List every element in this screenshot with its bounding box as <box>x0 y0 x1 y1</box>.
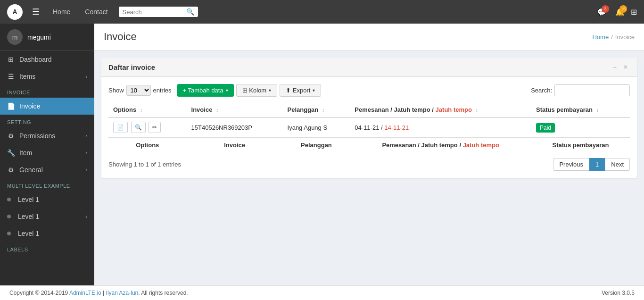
alerts-btn[interactable]: 🔔 15 <box>613 5 627 19</box>
general-icon: ⚙ <box>7 166 15 174</box>
close-card-button[interactable]: × <box>621 62 630 72</box>
show-entries: Show 10 25 50 100 entries <box>108 85 172 96</box>
search-label: Search: <box>531 87 552 94</box>
cell-options: 📄 🔍 ✏ <box>108 117 187 137</box>
sidebar-item-invoice[interactable]: 📄 Invoice <box>0 98 94 115</box>
search-icon[interactable]: 🔍 <box>186 8 194 16</box>
col-pemesanan: Pemesanan / Jatuh tempo / Jatuh tempo ↕ <box>350 102 531 117</box>
avatar: m <box>7 29 23 45</box>
page-1-button[interactable]: 1 <box>589 158 605 171</box>
sidebar-item-label: Invoice <box>19 102 87 110</box>
next-page-button[interactable]: Next <box>605 158 630 171</box>
footer-rights: . All rights reserved. <box>138 290 188 296</box>
col-pelanggan: Pelanggan ↕ <box>283 102 350 117</box>
sidebar-section-multilevel: MULTI LEVEL EXAMPLE <box>0 178 94 191</box>
site-footer: Copyright © 2014-2019 AdminLTE.io | Ilya… <box>0 285 644 300</box>
dot-icon <box>7 215 11 218</box>
sidebar-item-item[interactable]: 🔧 Item ‹ <box>0 144 94 161</box>
sort-icon[interactable]: ↕ <box>596 107 599 113</box>
foot-pemesanan: Pemesanan / Jatuh tempo / Jatuh tempo <box>350 137 531 152</box>
nav-contact[interactable]: Contact <box>81 6 111 18</box>
table-search-input[interactable] <box>554 84 630 96</box>
datatable-toolbar: Show 10 25 50 100 entries + Tambah <box>108 84 630 97</box>
previous-page-button[interactable]: Previous <box>553 158 589 171</box>
cell-invoice: 15T40526NR369203P <box>187 117 283 137</box>
foot-options: Options <box>108 137 187 152</box>
table-footer-row: Options Invoice Pelanggan Pemesanan / Ja… <box>108 137 630 152</box>
sidebar-item-permissions[interactable]: ⚙ Permissions ‹ <box>0 127 94 144</box>
card-header-buttons: − × <box>611 62 630 72</box>
page-header: Invoice Home / Invoice <box>94 24 644 50</box>
foot-jatuh-label: Jatuh tempo <box>463 142 499 149</box>
app-logo[interactable]: A <box>7 4 23 20</box>
sidebar-item-label: General <box>19 166 81 174</box>
pagination: Previous 1 Next <box>553 158 630 171</box>
sidebar-item-general[interactable]: ⚙ General ‹ <box>0 161 94 178</box>
sidebar-item-label: Level 1 <box>18 230 87 237</box>
caret-icon: ▾ <box>269 88 271 93</box>
table-header-row: Options ↕ Invoice ↕ Pelanggan ↕ <box>108 102 630 117</box>
item-icon: 🔧 <box>7 149 15 157</box>
sort-icon[interactable]: ↕ <box>216 107 219 113</box>
invoice-card: Daftar invoice − × Show 10 25 <box>101 58 637 178</box>
card-body: Show 10 25 50 100 entries + Tambah <box>101 77 637 178</box>
chevron-icon: ‹ <box>85 214 87 219</box>
card-header: Daftar invoice − × <box>101 58 637 77</box>
footer-copyright: Copyright © 2014-2019 AdminLTE.io | Ilya… <box>9 290 188 296</box>
sidebar-item-level1-2[interactable]: Level 1 ‹ <box>0 208 94 225</box>
tambah-label: + Tambah data <box>183 87 223 94</box>
nav-home[interactable]: Home <box>49 6 74 18</box>
breadcrumb-home[interactable]: Home <box>592 33 609 41</box>
col-options: Options ↕ <box>108 102 187 117</box>
sort-icon[interactable]: ↕ <box>140 107 143 113</box>
breadcrumb-separator: / <box>611 33 613 41</box>
sidebar-item-level1-3[interactable]: Level 1 <box>0 225 94 242</box>
sidebar-item-label: Level 1 <box>18 213 81 220</box>
footer-version: Version 3.0.5 <box>602 290 635 296</box>
datatable-footer: Showing 1 to 1 of 1 entries Previous 1 N… <box>108 158 630 171</box>
invoice-table: Options ↕ Invoice ↕ Pelanggan ↕ <box>108 102 630 152</box>
search-input[interactable] <box>123 8 184 16</box>
jatuh-tempo-date: 14-11-21 <box>384 124 409 131</box>
sidebar-item-label: Item <box>19 149 81 157</box>
sidebar-item-dashboard[interactable]: ⊞ Dashboard <box>0 51 94 68</box>
notifications-btn[interactable]: 💬 3 <box>595 5 609 19</box>
sort-icon[interactable]: ↕ <box>476 107 479 113</box>
sidebar-section-setting: Setting <box>0 115 94 127</box>
grid-icon[interactable]: ⊞ <box>631 8 637 17</box>
sidebar-section-invoice: invoice <box>0 85 94 98</box>
minimize-card-button[interactable]: − <box>611 62 619 72</box>
ilyan-link[interactable]: Ilyan Aza-lun <box>106 290 139 296</box>
sidebar-item-label: Level 1 <box>18 196 87 203</box>
sidebar-item-label: Dashboard <box>19 56 87 63</box>
view-search-button[interactable]: 🔍 <box>131 122 146 133</box>
foot-invoice: Invoice <box>187 137 283 152</box>
hamburger-menu[interactable]: ☰ <box>30 4 42 19</box>
view-doc-button[interactable]: 📄 <box>113 122 128 133</box>
chevron-icon: ‹ <box>85 150 87 156</box>
top-navbar: A ☰ Home Contact 🔍 💬 3 🔔 15 ⊞ <box>0 0 644 24</box>
cell-pelanggan: Iyang Agung S <box>283 117 350 137</box>
kolom-label: ⊞ Kolom <box>242 87 266 94</box>
adminlte-link[interactable]: AdminLTE.io <box>69 290 101 296</box>
jatuh-tempo-label: Jatuh tempo <box>436 106 472 113</box>
sort-icon[interactable]: ↕ <box>322 107 325 113</box>
kolom-button[interactable]: ⊞ Kolom ▾ <box>236 84 277 97</box>
sidebar-item-label: Items <box>19 73 81 80</box>
topnav-right: 💬 3 🔔 15 ⊞ <box>595 5 637 19</box>
foot-pemesanan-label: Pemesanan / Jatuh tempo <box>382 142 457 149</box>
copyright-text: Copyright © 2014-2019 <box>9 290 69 296</box>
tambah-data-button[interactable]: + Tambah data ▾ <box>177 84 234 97</box>
invoice-icon: 📄 <box>7 102 15 110</box>
permissions-icon: ⚙ <box>7 132 15 140</box>
entries-select[interactable]: 10 25 50 100 <box>126 85 151 96</box>
sidebar-menu: ⊞ Dashboard ☰ Items ‹ invoice 📄 Invoice … <box>0 51 94 285</box>
content-area: Invoice Home / Invoice Daftar invoice − … <box>94 24 644 285</box>
dot-icon <box>7 232 11 235</box>
sidebar-item-level1-1[interactable]: Level 1 <box>0 191 94 208</box>
datatable-search: Search: <box>531 84 630 96</box>
sidebar-item-items[interactable]: ☰ Items ‹ <box>0 68 94 85</box>
cell-pemesanan: 04-11-21 / 14-11-21 <box>350 117 531 137</box>
edit-button[interactable]: ✏ <box>149 122 161 133</box>
export-button[interactable]: ⬆ Export ▾ <box>280 84 321 97</box>
